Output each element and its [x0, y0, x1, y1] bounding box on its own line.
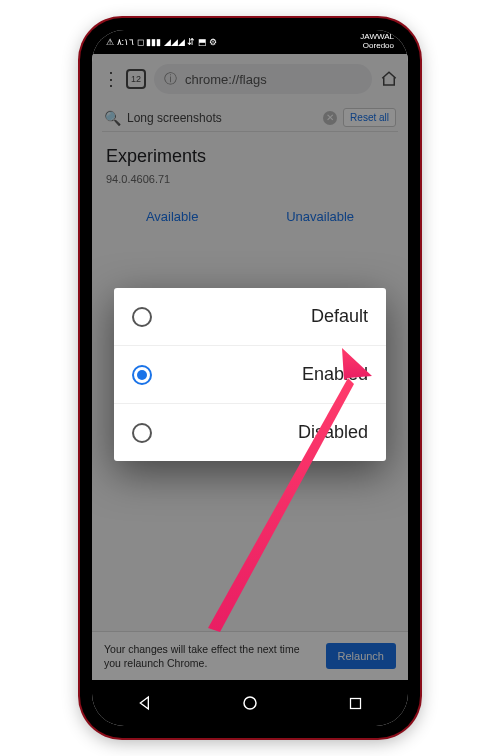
home-circle-icon[interactable] [241, 694, 259, 712]
back-icon[interactable] [136, 694, 154, 712]
status-right: JAWWALOoredoo [360, 33, 394, 51]
browser-toolbar: ⋮ 12 ⓘ chrome://flags [102, 64, 398, 94]
omnibox[interactable]: ⓘ chrome://flags [154, 64, 372, 94]
option-label: Default [311, 306, 368, 327]
android-nav-bar [92, 680, 408, 726]
url-text: chrome://flags [185, 72, 267, 87]
option-enabled[interactable]: Enabled [114, 345, 386, 403]
radio-icon [132, 365, 152, 385]
relaunch-message: Your changes will take effect the next t… [104, 642, 316, 670]
phone-frame: ⚠ ٨:١٦ ◻ ▮▮▮ ◢◢◢ ⇵ ⬒ ⚙ JAWWALOoredoo ⋮ 1… [80, 18, 420, 738]
option-label: Enabled [302, 364, 368, 385]
option-disabled[interactable]: Disabled [114, 403, 386, 461]
flags-tabs: Available Unavailable [102, 209, 398, 224]
radio-icon [132, 307, 152, 327]
page-title: Experiments [106, 146, 394, 167]
home-icon[interactable] [380, 70, 398, 88]
tab-switcher[interactable]: 12 [126, 69, 146, 89]
option-default[interactable]: Default [114, 288, 386, 345]
search-input[interactable]: Long screenshots [127, 111, 317, 125]
tab-unavailable[interactable]: Unavailable [286, 209, 354, 224]
version-text: 94.0.4606.71 [106, 173, 394, 185]
flag-option-modal: Default Enabled Disabled [114, 288, 386, 461]
menu-icon[interactable]: ⋮ [102, 68, 118, 90]
search-row: 🔍 Long screenshots ✕ Reset all [102, 104, 398, 132]
svg-rect-3 [350, 698, 360, 708]
info-icon: ⓘ [164, 70, 177, 88]
radio-icon [132, 423, 152, 443]
search-icon: 🔍 [104, 110, 121, 126]
recent-icon[interactable] [346, 694, 364, 712]
relaunch-button[interactable]: Relaunch [326, 643, 396, 669]
reset-all-button[interactable]: Reset all [343, 108, 396, 127]
tab-available[interactable]: Available [146, 209, 199, 224]
screen: ⚠ ٨:١٦ ◻ ▮▮▮ ◢◢◢ ⇵ ⬒ ⚙ JAWWALOoredoo ⋮ 1… [92, 30, 408, 726]
notch [190, 18, 310, 34]
clear-search-icon[interactable]: ✕ [323, 111, 337, 125]
status-left: ⚠ ٨:١٦ ◻ ▮▮▮ ◢◢◢ ⇵ ⬒ ⚙ [106, 37, 217, 47]
option-label: Disabled [298, 422, 368, 443]
relaunch-bar: Your changes will take effect the next t… [92, 631, 408, 680]
svg-point-2 [244, 697, 256, 709]
